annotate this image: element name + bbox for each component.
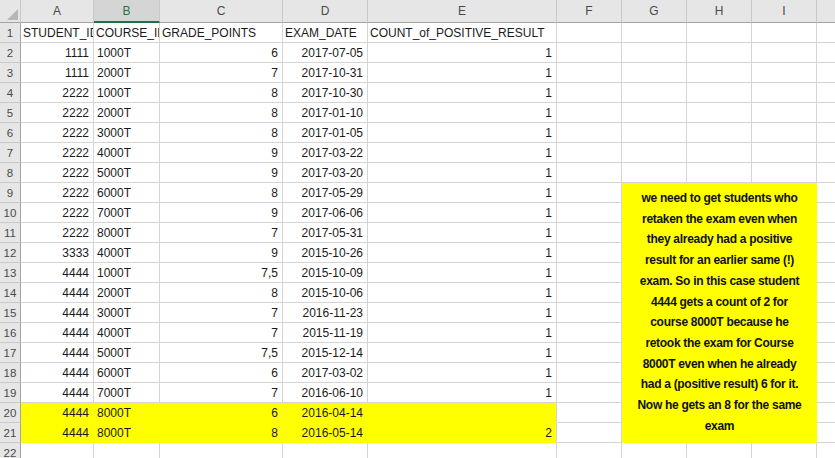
cell-B21[interactable]: 8000T bbox=[94, 423, 160, 443]
cell-B9[interactable]: 6000T bbox=[94, 183, 160, 203]
cell-F10[interactable] bbox=[557, 203, 622, 223]
column-header-E[interactable]: E bbox=[368, 0, 557, 23]
cell-D10[interactable]: 2017-06-06 bbox=[283, 203, 368, 223]
cell-F2[interactable] bbox=[557, 43, 622, 63]
cell-C12[interactable]: 9 bbox=[160, 243, 283, 263]
cell-D14[interactable]: 2015-10-06 bbox=[283, 283, 368, 303]
cell-E19[interactable]: 1 bbox=[368, 383, 557, 403]
cell-F16[interactable] bbox=[557, 323, 622, 343]
cell-I2[interactable] bbox=[752, 43, 817, 63]
cell-B8[interactable]: 5000T bbox=[94, 163, 160, 183]
cell-C2[interactable]: 6 bbox=[160, 43, 283, 63]
cell-partial-22[interactable] bbox=[817, 443, 835, 458]
cell-partial-10[interactable] bbox=[817, 203, 835, 223]
row-header-20[interactable]: 20 bbox=[0, 403, 21, 423]
row-header-16[interactable]: 16 bbox=[0, 323, 21, 343]
cell-C21[interactable]: 8 bbox=[160, 423, 283, 443]
cell-C22[interactable] bbox=[160, 443, 283, 458]
cell-A7[interactable]: 2222 bbox=[21, 143, 94, 163]
column-header-C[interactable]: C bbox=[160, 0, 283, 23]
cell-E9[interactable]: 1 bbox=[368, 183, 557, 203]
cell-D6[interactable]: 2017-01-05 bbox=[283, 123, 368, 143]
cell-partial-13[interactable] bbox=[817, 263, 835, 283]
column-header-I[interactable]: I bbox=[752, 0, 817, 23]
cell-E18[interactable]: 1 bbox=[368, 363, 557, 383]
cell-B4[interactable]: 1000T bbox=[94, 83, 160, 103]
cell-C6[interactable]: 8 bbox=[160, 123, 283, 143]
cell-partial-4[interactable] bbox=[817, 83, 835, 103]
note-textbox[interactable]: we need to get students whoretaken the e… bbox=[622, 183, 817, 443]
row-header-15[interactable]: 15 bbox=[0, 303, 21, 323]
cell-A9[interactable]: 2222 bbox=[21, 183, 94, 203]
column-header-B[interactable]: B bbox=[94, 0, 160, 23]
cell-partial-21[interactable] bbox=[817, 423, 835, 443]
cell-E7[interactable]: 1 bbox=[368, 143, 557, 163]
cell-I22[interactable] bbox=[752, 443, 817, 458]
cell-B13[interactable]: 1000T bbox=[94, 263, 160, 283]
cell-E8[interactable]: 1 bbox=[368, 163, 557, 183]
cell-H6[interactable] bbox=[687, 123, 752, 143]
cell-G2[interactable] bbox=[622, 43, 687, 63]
cell-B10[interactable]: 7000T bbox=[94, 203, 160, 223]
select-all-corner[interactable] bbox=[0, 0, 21, 23]
cell-E22[interactable] bbox=[368, 443, 557, 458]
cell-A20[interactable]: 4444 bbox=[21, 403, 94, 423]
cell-partial-12[interactable] bbox=[817, 243, 835, 263]
cell-I4[interactable] bbox=[752, 83, 817, 103]
cell-partial-9[interactable] bbox=[817, 183, 835, 203]
cell-I1[interactable] bbox=[752, 23, 817, 43]
cell-C11[interactable]: 7 bbox=[160, 223, 283, 243]
cell-F9[interactable] bbox=[557, 183, 622, 203]
cell-F20[interactable] bbox=[557, 403, 622, 423]
row-header-12[interactable]: 12 bbox=[0, 243, 21, 263]
cell-E10[interactable]: 1 bbox=[368, 203, 557, 223]
cell-D4[interactable]: 2017-10-30 bbox=[283, 83, 368, 103]
cell-F6[interactable] bbox=[557, 123, 622, 143]
row-header-2[interactable]: 2 bbox=[0, 43, 21, 63]
cell-A12[interactable]: 3333 bbox=[21, 243, 94, 263]
cell-A21[interactable]: 4444 bbox=[21, 423, 94, 443]
cell-D18[interactable]: 2017-03-02 bbox=[283, 363, 368, 383]
cell-D7[interactable]: 2017-03-22 bbox=[283, 143, 368, 163]
cell-H2[interactable] bbox=[687, 43, 752, 63]
cell-E4[interactable]: 1 bbox=[368, 83, 557, 103]
cell-H4[interactable] bbox=[687, 83, 752, 103]
cell-E15[interactable]: 1 bbox=[368, 303, 557, 323]
cell-B1[interactable]: COURSE_ID bbox=[94, 23, 160, 43]
row-header-7[interactable]: 7 bbox=[0, 143, 21, 163]
cell-C18[interactable]: 6 bbox=[160, 363, 283, 383]
cell-C13[interactable]: 7,5 bbox=[160, 263, 283, 283]
row-header-13[interactable]: 13 bbox=[0, 263, 21, 283]
cell-F19[interactable] bbox=[557, 383, 622, 403]
cell-E17[interactable]: 1 bbox=[368, 343, 557, 363]
row-header-5[interactable]: 5 bbox=[0, 103, 21, 123]
cell-partial-14[interactable] bbox=[817, 283, 835, 303]
cell-A17[interactable]: 4444 bbox=[21, 343, 94, 363]
cell-B5[interactable]: 2000T bbox=[94, 103, 160, 123]
cell-I6[interactable] bbox=[752, 123, 817, 143]
cell-E3[interactable]: 1 bbox=[368, 63, 557, 83]
cell-A15[interactable]: 4444 bbox=[21, 303, 94, 323]
cell-D22[interactable] bbox=[283, 443, 368, 458]
cell-I3[interactable] bbox=[752, 63, 817, 83]
row-header-1[interactable]: 1 bbox=[0, 23, 21, 43]
cell-H1[interactable] bbox=[687, 23, 752, 43]
cell-B16[interactable]: 4000T bbox=[94, 323, 160, 343]
cell-D8[interactable]: 2017-03-20 bbox=[283, 163, 368, 183]
cell-C17[interactable]: 7,5 bbox=[160, 343, 283, 363]
cell-B18[interactable]: 6000T bbox=[94, 363, 160, 383]
cell-H8[interactable] bbox=[687, 163, 752, 183]
cell-C9[interactable]: 8 bbox=[160, 183, 283, 203]
cell-partial-20[interactable] bbox=[817, 403, 835, 423]
cell-partial-3[interactable] bbox=[817, 63, 835, 83]
row-header-21[interactable]: 21 bbox=[0, 423, 21, 443]
cell-F12[interactable] bbox=[557, 243, 622, 263]
cell-A11[interactable]: 2222 bbox=[21, 223, 94, 243]
cell-C1[interactable]: GRADE_POINTS bbox=[160, 23, 283, 43]
cell-B2[interactable]: 1000T bbox=[94, 43, 160, 63]
cell-A19[interactable]: 4444 bbox=[21, 383, 94, 403]
cell-F13[interactable] bbox=[557, 263, 622, 283]
cell-A22[interactable] bbox=[21, 443, 94, 458]
row-header-22[interactable]: 22 bbox=[0, 443, 21, 458]
column-header-F[interactable]: F bbox=[557, 0, 622, 23]
